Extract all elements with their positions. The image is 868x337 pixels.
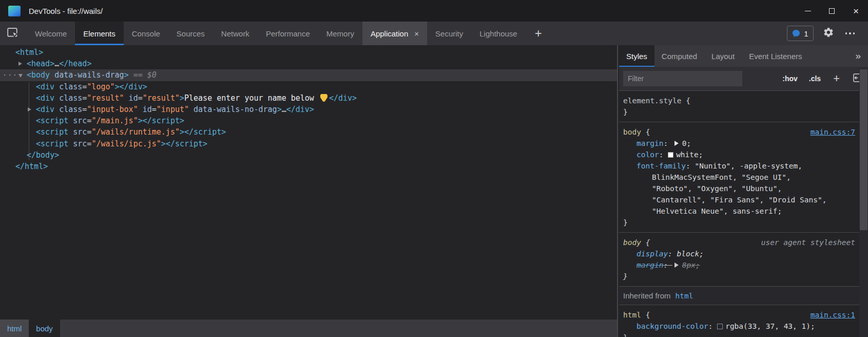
tab-label: Sources xyxy=(177,29,205,38)
tab-label: Memory xyxy=(326,29,354,38)
tab-label: Performance xyxy=(266,29,310,38)
sidebar-tab-layout[interactable]: Layout xyxy=(704,45,742,67)
css-rule: body {main.css:7margin: 0;color: white;f… xyxy=(619,122,868,233)
issues-bubble-icon xyxy=(792,29,800,38)
node-menu-dots[interactable]: ··· xyxy=(3,69,18,81)
styles-filter-input[interactable] xyxy=(623,71,742,86)
styles-sidebar: StylesComputedLayoutEvent Listeners » :h… xyxy=(619,45,868,337)
code-line[interactable]: <script src="/main.js"></script> xyxy=(0,115,617,126)
issues-count: 1 xyxy=(804,29,808,38)
code-line[interactable]: <script src="/wails/runtime.js"></script… xyxy=(0,126,617,138)
devtools-window: DevTools - file://wails/ × WelcomeElemen… xyxy=(0,0,868,337)
tab-performance[interactable]: Performance xyxy=(258,22,318,45)
css-property[interactable]: color: white; xyxy=(623,149,864,160)
css-property[interactable]: font-family: "Nunito", -apple-system, xyxy=(623,160,864,172)
css-property[interactable]: background-color: rgba(33, 37, 43, 1); xyxy=(623,321,864,332)
css-rule: element.style {} xyxy=(619,91,868,122)
code-line[interactable]: </html> xyxy=(0,161,617,172)
tab-memory[interactable]: Memory xyxy=(318,22,362,45)
stylesheet-link[interactable]: main.css:1 xyxy=(811,309,855,321)
elements-tree: <html><head>…</head>···<body data-wails-… xyxy=(0,45,617,320)
breadcrumb: htmlbody xyxy=(0,320,617,337)
tab-elements[interactable]: Elements xyxy=(75,22,124,45)
elements-panel: <html><head>…</head>···<body data-wails-… xyxy=(0,45,618,337)
toggle-element-classes-button[interactable]: .cls xyxy=(809,74,821,83)
rule-selector[interactable]: html xyxy=(623,311,641,319)
inherited-from-row: Inherited fromhtml xyxy=(619,287,868,305)
maximize-icon xyxy=(829,8,835,14)
css-rule: body {user agent stylesheetdisplay: bloc… xyxy=(619,233,868,287)
sidebar-tab-strip: StylesComputedLayoutEvent Listeners » xyxy=(619,45,868,67)
customize-devtools-button[interactable] xyxy=(843,30,857,36)
tab-welcome[interactable]: Welcome xyxy=(27,22,75,45)
tab-network[interactable]: Network xyxy=(213,22,258,45)
tab-console[interactable]: Console xyxy=(124,22,168,45)
new-style-rule-button[interactable]: + xyxy=(833,72,840,85)
tab-label: Welcome xyxy=(35,29,67,38)
stylesheet-origin: user agent stylesheet xyxy=(761,237,855,248)
color-swatch[interactable] xyxy=(668,152,673,158)
sidebar-tabs: StylesComputedLayoutEvent Listeners xyxy=(619,45,809,67)
minimize-button[interactable] xyxy=(796,0,820,22)
tab-sources[interactable]: Sources xyxy=(168,22,213,45)
code-line[interactable]: <div class="logo"></div> xyxy=(0,81,617,92)
css-property[interactable]: display: block; xyxy=(623,248,864,259)
code-line[interactable]: <script src="/wails/ipc.js"></script> xyxy=(0,138,617,149)
close-icon: × xyxy=(853,6,859,16)
tab-label: Security xyxy=(435,29,463,38)
expand-value-icon[interactable] xyxy=(674,263,679,268)
styles-pane: element.style {}body {main.css:7margin: … xyxy=(619,91,868,337)
code-line[interactable]: <div class="result" id="result">Please e… xyxy=(0,92,617,104)
tab-label: Network xyxy=(221,29,249,38)
tab-lighthouse[interactable]: Lighthouse xyxy=(471,22,525,45)
title-bar: DevTools - file://wails/ × xyxy=(0,0,868,22)
sidebar-tab-styles[interactable]: Styles xyxy=(619,45,654,67)
rule-selector[interactable]: element.style xyxy=(623,97,682,105)
stylesheet-link[interactable]: main.css:7 xyxy=(811,126,855,138)
css-property[interactable]: margin: 0; xyxy=(623,138,864,149)
maximize-button[interactable] xyxy=(820,0,844,22)
close-tab-icon[interactable]: × xyxy=(414,29,419,38)
collapse-arrow-icon[interactable] xyxy=(18,74,23,78)
sidebar-tab-event-listeners[interactable]: Event Listeners xyxy=(742,45,809,67)
pointing-down-emoji xyxy=(320,94,327,102)
issues-counter[interactable]: 1 xyxy=(787,26,813,41)
color-swatch[interactable] xyxy=(717,324,723,329)
toggle-hover-state-button[interactable]: :hov xyxy=(782,74,798,83)
gear-icon xyxy=(823,27,834,38)
devtools-app-icon xyxy=(8,6,21,16)
expand-arrow-icon[interactable] xyxy=(18,62,22,66)
scrollbar-thumb[interactable] xyxy=(860,69,867,230)
dots-icon xyxy=(845,32,847,34)
overflow-tabs-button[interactable]: » xyxy=(848,45,868,67)
sidebar-scrollbar[interactable] xyxy=(859,68,868,337)
close-button[interactable]: × xyxy=(844,0,868,22)
breadcrumb-item-html[interactable]: html xyxy=(0,320,29,337)
expand-value-icon[interactable] xyxy=(674,141,679,146)
inspect-icon xyxy=(7,28,20,39)
tab-strip: WelcomeElementsConsoleSourcesNetworkPerf… xyxy=(27,22,526,45)
more-tabs-button[interactable]: + xyxy=(526,22,551,45)
expand-arrow-icon[interactable] xyxy=(28,107,31,111)
code-line[interactable]: <head>…</head> xyxy=(0,58,617,69)
code-line[interactable]: ···<body data-wails-drag> == $0 xyxy=(0,69,617,81)
tab-security[interactable]: Security xyxy=(427,22,471,45)
inspect-element-button[interactable] xyxy=(0,22,27,45)
rule-selector[interactable]: body xyxy=(623,238,641,247)
window-title: DevTools - file://wails/ xyxy=(29,7,103,15)
code-line[interactable]: <html> xyxy=(0,47,617,58)
settings-button[interactable] xyxy=(823,27,834,40)
main-tab-bar: WelcomeElementsConsoleSourcesNetworkPerf… xyxy=(0,22,868,45)
tab-bar-right: 1 xyxy=(787,22,868,45)
window-controls: × xyxy=(796,0,868,22)
sidebar-tab-computed[interactable]: Computed xyxy=(654,45,704,67)
inherited-element-link[interactable]: html xyxy=(676,292,693,300)
code-line[interactable]: </body> xyxy=(0,149,617,161)
tab-label: Lighthouse xyxy=(479,29,517,38)
tab-label: Elements xyxy=(83,29,115,38)
code-line[interactable]: <div class="input-box" id="input" data-w… xyxy=(0,104,617,115)
breadcrumb-item-body[interactable]: body xyxy=(29,320,60,337)
css-property[interactable]: margin: 8px; xyxy=(623,259,864,271)
rule-selector[interactable]: body xyxy=(623,128,641,136)
tab-application[interactable]: Application× xyxy=(362,22,427,45)
